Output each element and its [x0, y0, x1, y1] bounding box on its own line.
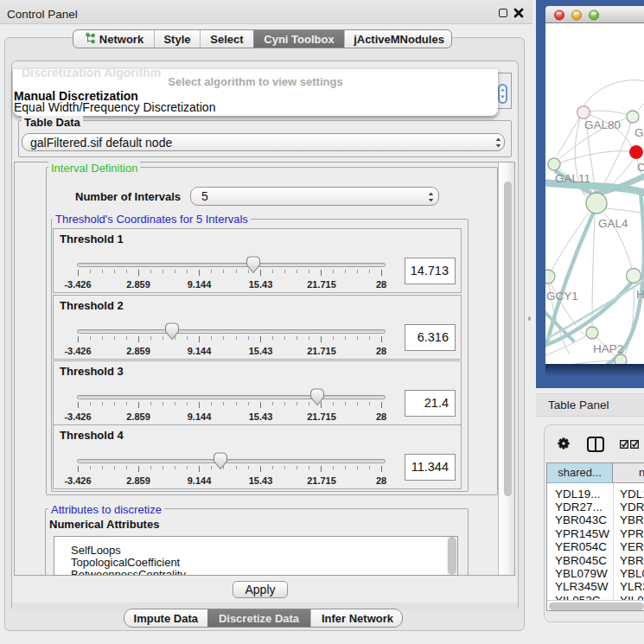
svg-text:GCY1: GCY1 — [546, 290, 578, 303]
svg-text:HAP2: HAP2 — [593, 342, 623, 355]
svg-text:GA: GA — [634, 126, 644, 139]
svg-text:GAL4: GAL4 — [598, 217, 628, 230]
svg-text:GAL80: GAL80 — [584, 118, 621, 131]
svg-text:GAL11: GAL11 — [555, 172, 590, 185]
svg-text:C: C — [637, 161, 644, 174]
svg-text:H: H — [636, 288, 644, 301]
